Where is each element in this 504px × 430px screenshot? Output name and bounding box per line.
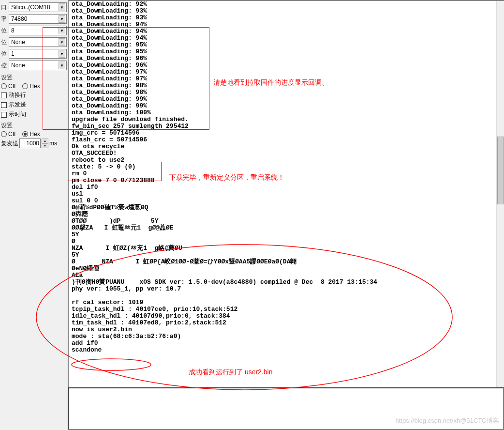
annotation-text-2: 下载完毕，重新定义分区，重启系统！ [169, 173, 284, 182]
chevron-down-icon[interactable]: ▼ [59, 3, 65, 11]
stop-bits-label: 位 [1, 50, 9, 58]
send-ascii-radio[interactable]: CII [1, 131, 15, 138]
port-label: 口 [1, 3, 9, 12]
chevron-down-icon[interactable]: ▼ [59, 15, 65, 23]
parity-label: 位 [1, 38, 9, 46]
autowrap-check[interactable]: 动换行 [1, 91, 67, 99]
chevron-down-icon[interactable]: ▼ [59, 50, 65, 58]
stopbits-combo[interactable]: 1 ▼ [9, 49, 67, 59]
showtime-check[interactable]: 示时间 [1, 110, 67, 119]
ms-label: ms [49, 140, 57, 147]
chevron-down-icon[interactable]: ▼ [59, 38, 65, 46]
terminal-output[interactable]: ota_DowmLoading: 92% ota_DowmLoading: 93… [68, 0, 504, 387]
repeat-label: 复发送 [1, 139, 18, 148]
spin-up-icon[interactable]: ▲ [42, 138, 48, 143]
scroll-thumb[interactable] [497, 137, 504, 204]
watermark-text: https://blog.csdn.net/xh@51CTO博客 [395, 416, 499, 425]
vertical-scrollbar[interactable] [496, 1, 504, 387]
recv-hex-radio[interactable]: Hex [22, 83, 40, 90]
databits-combo[interactable]: 8 ▼ [9, 26, 67, 35]
config-sidebar: 口 Silico..(COM18 ▼ 率 74880 ▼ 位 8 ▼ 位 Non… [0, 0, 68, 387]
spin-down-icon[interactable]: ▼ [42, 143, 48, 148]
send-hex-radio[interactable]: Hex [22, 131, 40, 138]
terminal-text: ota_DowmLoading: 92% ota_DowmLoading: 93… [69, 1, 504, 353]
send-section-label: 设置 [1, 122, 67, 130]
showsend-check[interactable]: 示发送 [1, 101, 67, 109]
data-bits-label: 位 [1, 27, 9, 35]
baud-label: 率 [1, 15, 9, 23]
annotation-text-1: 清楚地看到拉取固件的进度显示回调、 [213, 78, 328, 87]
recv-ascii-radio[interactable]: CII [1, 83, 15, 90]
baud-combo[interactable]: 74880 ▼ [9, 14, 67, 24]
repeat-interval-input[interactable] [19, 138, 41, 148]
annotation-text-3: 成功看到运行到了 user2.bin [189, 368, 272, 377]
parity-combo[interactable]: None ▼ [9, 37, 67, 47]
port-combo[interactable]: Silico..(COM18 ▼ [9, 2, 67, 12]
flow-combo[interactable]: None ▼ [9, 61, 67, 70]
chevron-down-icon[interactable]: ▼ [59, 27, 65, 34]
recv-section-label: 设置 [1, 74, 67, 82]
chevron-down-icon[interactable]: ▼ [59, 61, 65, 69]
flow-label: 控 [1, 61, 9, 70]
